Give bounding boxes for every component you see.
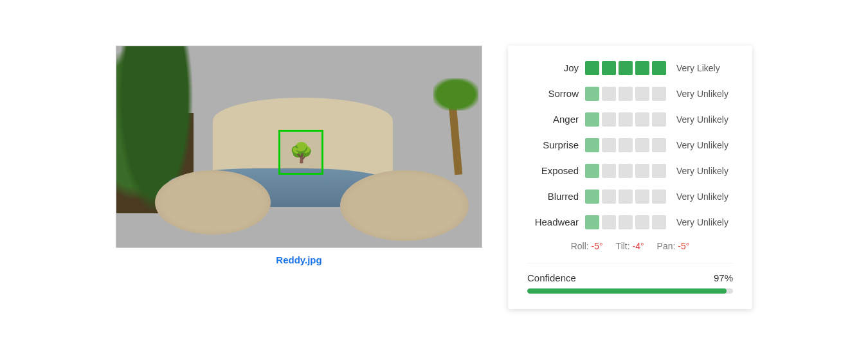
image-section: 🌳 Reddy.jpg	[116, 46, 482, 265]
metric-row: ExposedVery Unlikely	[527, 164, 733, 178]
bar-segment	[635, 112, 649, 127]
bar-segment	[602, 112, 616, 127]
metric-value: Very Unlikely	[676, 217, 728, 227]
face-detection-box: 🌳	[278, 130, 323, 175]
bar-segment	[635, 215, 649, 229]
bar-segment	[619, 215, 633, 229]
confidence-bar-background	[527, 288, 733, 294]
metric-value: Very Unlikely	[676, 89, 728, 99]
metric-row: AngerVery Unlikely	[527, 112, 733, 127]
bar-segment	[602, 190, 616, 204]
bar-segment	[652, 112, 666, 127]
bar-segment	[619, 164, 633, 178]
bar-segment	[635, 61, 649, 75]
face-icon: 🌳	[289, 141, 313, 163]
metric-label: Headwear	[527, 217, 579, 227]
bar-container	[585, 138, 666, 152]
bar-segment	[602, 87, 616, 101]
bar-segment	[585, 215, 599, 229]
main-container: 🌳 Reddy.jpg JoyVery LikelySorrowVery Unl…	[0, 33, 868, 322]
metrics-container: JoyVery LikelySorrowVery UnlikelyAngerVe…	[527, 61, 733, 229]
bar-segment	[635, 190, 649, 204]
confidence-label: Confidence	[527, 272, 576, 283]
confidence-bar-fill	[527, 288, 727, 294]
bar-segment	[652, 190, 666, 204]
metric-row: SorrowVery Unlikely	[527, 87, 733, 101]
bar-segment	[602, 61, 616, 75]
bar-segment	[652, 87, 666, 101]
metric-value: Very Unlikely	[676, 140, 728, 150]
bar-segment	[602, 138, 616, 152]
pan-label: Pan: -5°	[657, 241, 690, 251]
metric-value: Very Unlikely	[676, 166, 728, 176]
image-caption: Reddy.jpg	[276, 254, 321, 265]
palm-frond	[433, 78, 478, 111]
metric-label: Blurred	[527, 191, 579, 202]
photo-background: 🌳	[116, 46, 482, 247]
roll-label: Roll: -5°	[571, 241, 603, 251]
metric-value: Very Unlikely	[676, 114, 728, 125]
bar-container	[585, 164, 666, 178]
bar-segment	[602, 215, 616, 229]
bar-segment	[635, 164, 649, 178]
bar-segment	[619, 87, 633, 101]
rock-left	[155, 170, 271, 235]
metric-row: HeadwearVery Unlikely	[527, 215, 733, 229]
bar-segment	[585, 138, 599, 152]
bar-segment	[585, 112, 599, 127]
angles-row: Roll: -5° Tilt: -4° Pan: -5°	[527, 241, 733, 251]
metric-value: Very Unlikely	[676, 191, 728, 202]
bar-segment	[619, 190, 633, 204]
bar-container	[585, 190, 666, 204]
metric-label: Exposed	[527, 165, 579, 176]
bar-segment	[619, 61, 633, 75]
metric-row: JoyVery Likely	[527, 61, 733, 75]
metric-row: SurpriseVery Unlikely	[527, 138, 733, 152]
bar-segment	[652, 215, 666, 229]
metric-value: Very Likely	[676, 63, 720, 73]
metric-row: BlurredVery Unlikely	[527, 190, 733, 204]
metric-label: Joy	[527, 62, 579, 73]
metric-label: Surprise	[527, 139, 579, 150]
bar-container	[585, 61, 666, 75]
analysis-panel: JoyVery LikelySorrowVery UnlikelyAngerVe…	[508, 46, 752, 309]
bar-container	[585, 215, 666, 229]
bar-segment	[652, 164, 666, 178]
bar-segment	[585, 87, 599, 101]
bar-segment	[652, 61, 666, 75]
bar-segment	[585, 190, 599, 204]
metric-label: Anger	[527, 114, 579, 125]
metric-label: Sorrow	[527, 88, 579, 99]
rock-right	[340, 170, 469, 241]
tilt-label: Tilt: -4°	[616, 241, 644, 251]
bar-container	[585, 112, 666, 127]
confidence-value: 97%	[714, 272, 733, 283]
bar-segment	[602, 164, 616, 178]
confidence-section: Confidence 97%	[527, 263, 733, 294]
bar-segment	[635, 87, 649, 101]
bar-segment	[635, 138, 649, 152]
bar-segment	[619, 138, 633, 152]
bar-segment	[652, 138, 666, 152]
bar-segment	[585, 164, 599, 178]
photo-wrapper: 🌳	[116, 46, 482, 248]
bar-segment	[585, 61, 599, 75]
bar-container	[585, 87, 666, 101]
bar-segment	[619, 112, 633, 127]
confidence-header: Confidence 97%	[527, 272, 733, 283]
